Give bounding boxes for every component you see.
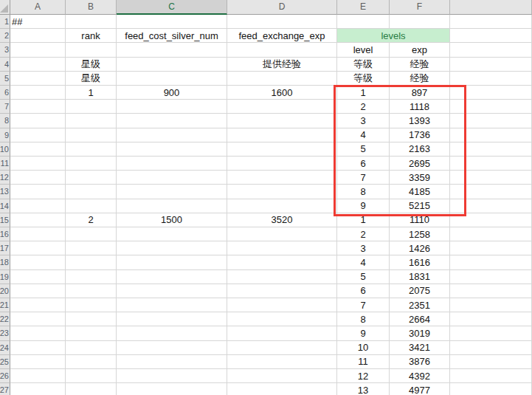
cell-C13[interactable] [117,185,227,199]
cell-D5[interactable] [227,72,337,86]
cell-E16[interactable]: 2 [337,227,390,241]
cell-G25[interactable] [450,355,532,369]
cell-F26[interactable]: 4392 [390,369,450,383]
cell-D23[interactable] [227,326,337,340]
cell-F15[interactable]: 1110 [390,213,450,227]
cell-E23[interactable]: 9 [337,326,390,340]
cell-A27[interactable] [10,383,66,395]
cell-B2[interactable]: rank [66,29,117,43]
row-header-11[interactable]: 11 [0,157,10,171]
cell-F11[interactable]: 2695 [390,157,450,171]
cell-A11[interactable] [10,157,66,171]
cell-A25[interactable] [10,355,66,369]
cell-A2[interactable] [10,29,66,43]
row-header-13[interactable]: 13 [0,185,10,199]
cell-B8[interactable] [66,114,117,128]
cell-E9[interactable]: 4 [337,128,390,142]
cell-C24[interactable] [117,341,227,355]
cell-C14[interactable] [117,199,227,213]
row-header-27[interactable]: 27 [0,383,10,395]
cell-G18[interactable] [450,255,532,269]
row-header-23[interactable]: 23 [0,326,10,340]
cell-E15[interactable]: 1 [337,213,390,227]
cell-A20[interactable] [10,284,66,298]
row-header-17[interactable]: 17 [0,241,10,255]
cell-C16[interactable] [117,227,227,241]
cell-G6[interactable] [450,86,532,100]
cell-G3[interactable] [450,43,532,57]
cell-C18[interactable] [117,255,227,269]
cell-C2[interactable]: feed_cost_silver_num [117,29,227,43]
cell-A15[interactable] [10,213,66,227]
cell-C9[interactable] [117,128,227,142]
cell-C1[interactable] [117,15,227,29]
cell-A14[interactable] [10,199,66,213]
cell-A4[interactable] [10,58,66,72]
cell-E24[interactable]: 10 [337,341,390,355]
row-header-26[interactable]: 26 [0,369,10,383]
cell-F13[interactable]: 4185 [390,185,450,199]
cell-D16[interactable] [227,227,337,241]
cell-F7[interactable]: 1118 [390,100,450,114]
cell-A10[interactable] [10,142,66,157]
cell-G1[interactable] [450,15,532,29]
cell-F4[interactable]: 经验 [390,58,450,72]
cell-A19[interactable] [10,270,66,284]
row-header-6[interactable]: 6 [0,86,10,100]
cell-D8[interactable] [227,114,337,128]
cell-B5[interactable]: 星级 [66,72,117,86]
column-header-C[interactable]: C [117,0,227,15]
row-header-2[interactable]: 2 [0,29,10,43]
cell-G2[interactable] [450,29,532,43]
cell-B1[interactable] [66,15,117,29]
cell-E22[interactable]: 8 [337,312,390,326]
cell-D11[interactable] [227,157,337,171]
cell-F8[interactable]: 1393 [390,114,450,128]
cell-C11[interactable] [117,157,227,171]
cell-D10[interactable] [227,142,337,157]
cell-B10[interactable] [66,142,117,157]
cell-G19[interactable] [450,270,532,284]
cell-D13[interactable] [227,185,337,199]
cell-F18[interactable]: 1616 [390,255,450,269]
cell-D24[interactable] [227,341,337,355]
cell-B15[interactable]: 2 [66,213,117,227]
row-header-9[interactable]: 9 [0,128,10,142]
cell-E12[interactable]: 7 [337,171,390,185]
cell-G23[interactable] [450,326,532,340]
cell-A26[interactable] [10,369,66,383]
cell-A8[interactable] [10,114,66,128]
cell-E3[interactable]: level [337,43,390,57]
cell-D3[interactable] [227,43,337,57]
cell-F23[interactable]: 3019 [390,326,450,340]
cell-E19[interactable]: 5 [337,270,390,284]
cell-E6[interactable]: 1 [337,86,390,100]
cell-G21[interactable] [450,298,532,312]
cell-B7[interactable] [66,100,117,114]
cell-E17[interactable]: 3 [337,241,390,255]
cell-A17[interactable] [10,241,66,255]
cell-B27[interactable] [66,383,117,395]
cell-G20[interactable] [450,284,532,298]
row-header-19[interactable]: 19 [0,270,10,284]
cell-B12[interactable] [66,171,117,185]
cell-B14[interactable] [66,199,117,213]
cell-F10[interactable]: 2163 [390,142,450,157]
column-header-blank[interactable] [450,0,532,15]
cell-G9[interactable] [450,128,532,142]
cell-G14[interactable] [450,199,532,213]
cell-B13[interactable] [66,185,117,199]
cell-C21[interactable] [117,298,227,312]
cell-A18[interactable] [10,255,66,269]
cell-E10[interactable]: 5 [337,142,390,157]
cell-B26[interactable] [66,369,117,383]
cell-F22[interactable]: 2664 [390,312,450,326]
cell-C3[interactable] [117,43,227,57]
cell-E1[interactable] [337,15,390,29]
cell-B16[interactable] [66,227,117,241]
cell-G27[interactable] [450,383,532,395]
cell-A12[interactable] [10,171,66,185]
row-header-7[interactable]: 7 [0,100,10,114]
cell-E26[interactable]: 12 [337,369,390,383]
cell-D21[interactable] [227,298,337,312]
